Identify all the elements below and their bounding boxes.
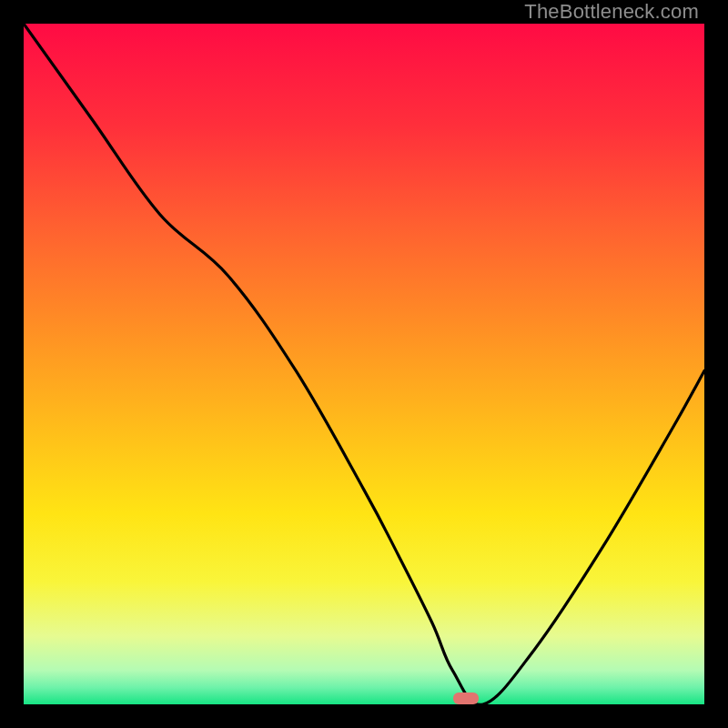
plot-area (24, 24, 704, 704)
optimal-marker (453, 693, 479, 704)
chart-frame: TheBottleneck.com (0, 0, 728, 728)
bottleneck-curve (24, 24, 704, 704)
watermark-text: TheBottleneck.com (524, 0, 699, 24)
curve-layer (24, 24, 704, 704)
